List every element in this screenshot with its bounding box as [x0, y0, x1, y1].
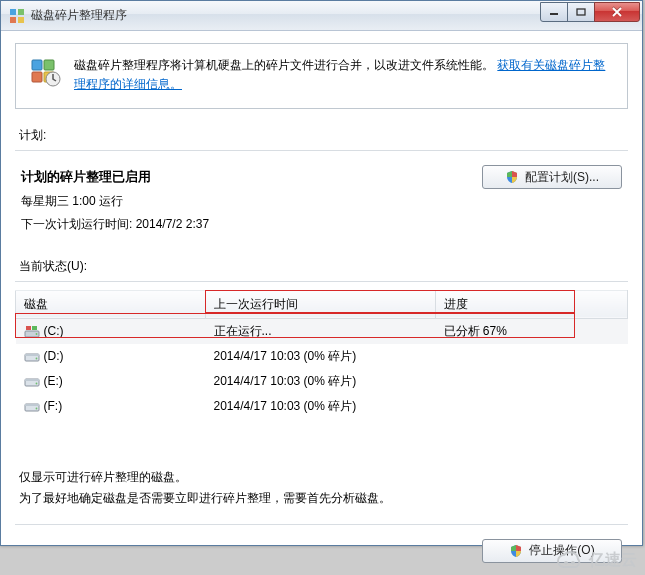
window-controls	[541, 2, 640, 22]
defrag-window: 磁盘碎片整理程序	[0, 0, 643, 546]
win-drive-icon	[24, 325, 40, 339]
info-panel: 磁盘碎片整理程序将计算机硬盘上的碎片文件进行合并，以改进文件系统性能。 获取有关…	[15, 43, 628, 109]
app-icon	[9, 8, 25, 24]
watermark-icon	[555, 551, 583, 571]
disk-name: (E:)	[44, 374, 63, 388]
svg-rect-6	[32, 60, 42, 70]
col-disk[interactable]: 磁盘	[16, 290, 206, 318]
cell-disk: (F:)	[16, 394, 206, 419]
svg-rect-0	[10, 9, 16, 15]
disk-name: (D:)	[44, 349, 64, 363]
svg-point-20	[35, 382, 37, 384]
cell-last-run: 2014/4/17 10:03 (0% 碎片)	[206, 369, 436, 394]
col-progress[interactable]: 进度	[436, 290, 628, 318]
disk-name: (F:)	[44, 399, 63, 413]
window-title: 磁盘碎片整理程序	[31, 7, 541, 24]
table-row[interactable]: (D:)2014/4/17 10:03 (0% 碎片)	[16, 344, 628, 369]
status-section-label: 当前状态(U):	[19, 258, 624, 275]
cell-progress: 已分析 67%	[436, 318, 628, 344]
watermark-text: 亿速云	[589, 550, 637, 571]
shield-icon	[505, 170, 519, 184]
cell-progress	[436, 369, 628, 394]
drive-icon	[24, 375, 40, 389]
watermark: 亿速云	[555, 550, 637, 571]
svg-rect-14	[32, 326, 37, 330]
svg-rect-5	[577, 9, 585, 15]
cell-progress	[436, 344, 628, 369]
cell-last-run: 2014/4/17 10:03 (0% 碎片)	[206, 394, 436, 419]
cell-last-run: 2014/4/17 10:03 (0% 碎片)	[206, 344, 436, 369]
info-description: 磁盘碎片整理程序将计算机硬盘上的碎片文件进行合并，以改进文件系统性能。	[74, 58, 494, 72]
cell-disk: (C:)	[16, 318, 206, 344]
svg-point-23	[35, 407, 37, 409]
schedule-title: 计划的碎片整理已启用	[21, 165, 462, 190]
svg-rect-4	[550, 13, 558, 15]
drive-icon	[24, 350, 40, 364]
svg-rect-8	[32, 72, 42, 82]
configure-schedule-button[interactable]: 配置计划(S)...	[482, 165, 622, 189]
schedule-next-run: 下一次计划运行时间: 2014/7/2 2:37	[21, 213, 462, 236]
defrag-icon	[30, 56, 62, 88]
schedule-frequency: 每星期三 1:00 运行	[21, 190, 462, 213]
table-header-row: 磁盘 上一次运行时间 进度	[16, 290, 628, 318]
minimize-button[interactable]	[540, 2, 568, 22]
cell-progress	[436, 394, 628, 419]
svg-rect-22	[25, 404, 39, 406]
maximize-button[interactable]	[567, 2, 595, 22]
schedule-box: 计划的碎片整理已启用 每星期三 1:00 运行 下一次计划运行时间: 2014/…	[15, 150, 628, 241]
close-button[interactable]	[594, 2, 640, 22]
svg-rect-3	[18, 17, 24, 23]
svg-rect-19	[25, 379, 39, 381]
cell-disk: (E:)	[16, 369, 206, 394]
svg-point-24	[564, 561, 568, 565]
disk-table[interactable]: 磁盘 上一次运行时间 进度 (C:)正在运行...已分析 67%(D:)2014…	[15, 290, 628, 419]
table-row[interactable]: (F:)2014/4/17 10:03 (0% 碎片)	[16, 394, 628, 419]
info-text: 磁盘碎片整理程序将计算机硬盘上的碎片文件进行合并，以改进文件系统性能。 获取有关…	[74, 56, 613, 94]
svg-rect-1	[18, 9, 24, 15]
schedule-text: 计划的碎片整理已启用 每星期三 1:00 运行 下一次计划运行时间: 2014/…	[21, 165, 462, 235]
svg-point-17	[35, 357, 37, 359]
note-line-1: 仅显示可进行碎片整理的磁盘。	[19, 467, 624, 489]
svg-point-12	[35, 333, 37, 335]
disk-table-wrap: 磁盘 上一次运行时间 进度 (C:)正在运行...已分析 67%(D:)2014…	[15, 290, 628, 419]
note-line-2: 为了最好地确定磁盘是否需要立即进行碎片整理，需要首先分析磁盘。	[19, 488, 624, 510]
svg-rect-13	[26, 326, 31, 330]
notes: 仅显示可进行碎片整理的磁盘。 为了最好地确定磁盘是否需要立即进行碎片整理，需要首…	[15, 467, 628, 510]
col-last-run[interactable]: 上一次运行时间	[206, 290, 436, 318]
drive-icon	[24, 400, 40, 414]
schedule-section-label: 计划:	[19, 127, 624, 144]
shield-icon	[509, 544, 523, 558]
content-area: 磁盘碎片整理程序将计算机硬盘上的碎片文件进行合并，以改进文件系统性能。 获取有关…	[1, 31, 642, 575]
disk-name: (C:)	[44, 324, 64, 338]
cell-disk: (D:)	[16, 344, 206, 369]
svg-point-25	[571, 561, 575, 565]
cell-last-run: 正在运行...	[206, 318, 436, 344]
svg-rect-7	[44, 60, 54, 70]
footer: 停止操作(O)	[15, 524, 628, 563]
status-box: 磁盘 上一次运行时间 进度 (C:)正在运行...已分析 67%(D:)2014…	[15, 281, 628, 419]
titlebar[interactable]: 磁盘碎片整理程序	[1, 1, 642, 31]
svg-rect-2	[10, 17, 16, 23]
table-row[interactable]: (E:)2014/4/17 10:03 (0% 碎片)	[16, 369, 628, 394]
table-row[interactable]: (C:)正在运行...已分析 67%	[16, 318, 628, 344]
configure-schedule-label: 配置计划(S)...	[525, 169, 599, 186]
svg-rect-16	[25, 354, 39, 356]
